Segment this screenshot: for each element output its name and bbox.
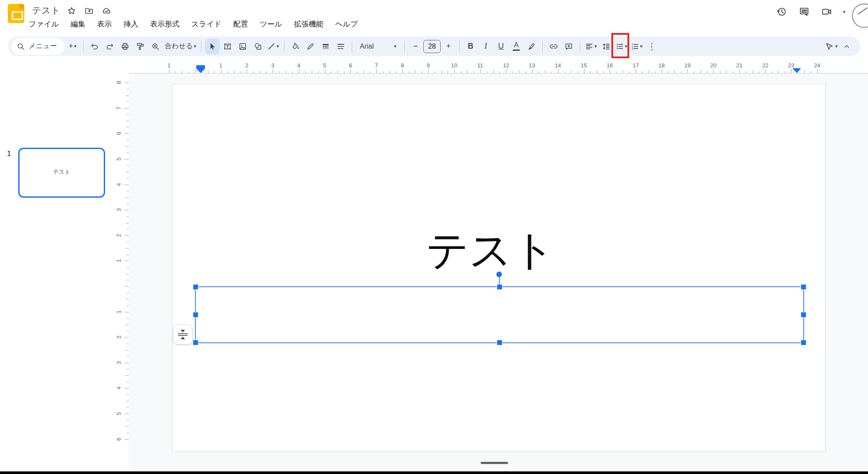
menu-配置[interactable]: 配置 [233,19,248,29]
text-color-icon: A [513,42,520,51]
slide-thumbnail[interactable]: テスト [18,148,105,198]
google-slides-logo[interactable] [8,4,24,23]
autofit-icon-bottom [181,337,185,339]
line-spacing-button[interactable] [599,39,614,54]
border-color-button[interactable] [303,39,318,54]
cloud-saved-icon[interactable] [100,4,113,17]
bulleted-list-button[interactable]: ▾ [614,39,629,54]
divider [459,41,460,52]
right-indent-marker[interactable] [792,68,801,73]
resize-handle-s[interactable] [497,340,502,345]
version-history-icon[interactable] [775,5,788,18]
fit-zoom-button[interactable]: 合わせる ▾ [163,39,198,54]
ruler-number: 3 [116,361,122,364]
menu-ファイル[interactable]: ファイル [29,19,59,29]
menu-ヘルプ[interactable]: ヘルプ [335,19,358,29]
ruler-number: 4 [116,183,122,186]
text-color-button[interactable]: A [509,39,524,54]
window-bottom-edge [0,471,868,474]
font-size-input[interactable]: 28 [423,40,441,53]
bold-button[interactable]: B [463,39,478,54]
fill-color-button[interactable] [288,39,303,54]
ruler-number: 13 [529,62,535,69]
print-button[interactable] [118,39,132,54]
speaker-notes-drag-handle[interactable] [481,462,508,464]
ruler-number: 6 [349,62,352,69]
text-box-button[interactable] [220,39,235,54]
undo-button[interactable] [87,39,102,54]
ruler-tick [125,439,129,440]
more-options-button[interactable]: ⋮ [644,39,659,54]
document-title[interactable]: テスト [32,4,60,17]
resize-handle-ne[interactable] [801,284,806,290]
numbered-list-button[interactable]: 123 ▾ [629,39,644,54]
border-dash-button[interactable] [333,39,348,54]
account-avatar[interactable] [852,3,868,28]
redo-button[interactable] [102,39,117,54]
logo-fold [19,4,24,9]
presenter-select-button[interactable]: ▾ [823,39,839,54]
ruler-number: 17 [633,62,639,69]
align-caret-icon: ▾ [594,44,597,49]
fill-color-icon [291,42,300,51]
indent-marker[interactable] [196,65,205,73]
star-icon[interactable] [65,4,78,17]
border-color-icon [306,42,315,51]
ruler-tick [169,69,169,73]
insert-line-button[interactable]: ▾ [266,39,281,54]
insert-link-button[interactable] [546,39,561,54]
meet-caret-icon[interactable]: ▾ [843,10,845,14]
ruler-tick [125,210,129,210]
ruler-tick [125,363,129,363]
autofit-icon-top [181,330,185,332]
ruler-number: 19 [684,62,690,69]
zoom-button[interactable] [148,39,163,54]
autofit-options-button[interactable] [173,325,193,345]
add-comment-button[interactable] [561,39,576,54]
font-family-select[interactable]: Arial ▾ [356,39,401,54]
ruler-tick [125,261,129,261]
hide-menus-button[interactable] [839,39,854,54]
insert-shape-icon [254,42,262,51]
ruler-number: 5 [323,62,326,69]
increase-font-size-button[interactable]: + [441,39,456,54]
numbered-list-icon: 123 [630,42,639,51]
slide-title-text[interactable]: テスト [426,222,555,279]
resize-handle-se[interactable] [801,340,806,345]
insert-shape-button[interactable] [251,39,265,54]
border-weight-button[interactable] [318,39,333,54]
selected-text-box[interactable] [195,286,804,343]
underline-button[interactable]: U [494,39,508,54]
resize-handle-sw[interactable] [193,340,198,345]
highlight-color-button[interactable] [524,39,539,54]
bulleted-list-caret-icon: ▾ [625,44,627,49]
ruler-tick [376,69,377,73]
move-folder-icon[interactable] [83,4,96,17]
align-button[interactable]: ▾ [584,39,598,54]
menu-スライド[interactable]: スライド [191,19,222,29]
menu-ツール[interactable]: ツール [260,19,282,29]
menu-編集[interactable]: 編集 [71,19,86,29]
comments-icon[interactable] [798,5,811,18]
resize-handle-nw[interactable] [193,284,198,290]
rotation-handle[interactable] [496,272,502,277]
menu-拡張機能[interactable]: 拡張機能 [294,19,323,29]
ruler-number: 5 [116,157,122,160]
menu-表示形式[interactable]: 表示形式 [150,19,180,29]
search-menus-button[interactable]: メニュー [11,38,65,55]
resize-handle-w[interactable] [193,312,198,318]
resize-handle-e[interactable] [801,312,806,318]
meet-video-icon[interactable] [820,5,833,18]
decrease-font-size-button[interactable]: − [408,39,423,54]
ruler-tick [125,83,129,83]
bulleted-list-icon [615,42,624,51]
ruler-tick [558,69,558,73]
menu-表示[interactable]: 表示 [97,19,112,29]
new-slide-button[interactable]: + ▾ [65,39,80,54]
italic-button[interactable]: I [479,39,493,54]
menu-挿入[interactable]: 挿入 [124,19,139,29]
select-tool-button[interactable] [205,39,220,54]
paint-format-button[interactable] [133,39,148,54]
resize-handle-n[interactable] [497,284,502,290]
insert-image-button[interactable] [235,39,250,54]
